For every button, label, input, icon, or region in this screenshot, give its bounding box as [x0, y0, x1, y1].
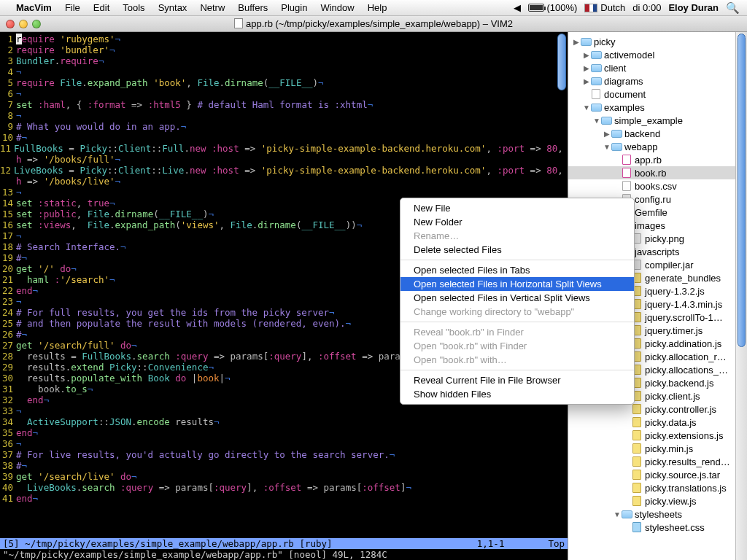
code-line[interactable]: 6¬ [0, 88, 568, 99]
battery-indicator[interactable]: (100%) [528, 2, 578, 13]
tree-folder[interactable]: ▼stylesheets [568, 508, 747, 521]
menu-plugin[interactable]: Plugin [281, 2, 307, 13]
macos-menubar: MacVim FileEditToolsSyntaxNetrwBuffersPl… [0, 0, 747, 16]
code-line[interactable]: 13¬ [0, 187, 568, 198]
minimize-window-button[interactable] [19, 20, 28, 28]
code-line[interactable]: 5require File.expand_path 'book', File.d… [0, 77, 568, 88]
user-name[interactable]: Eloy Duran [668, 2, 719, 13]
context-menu-item[interactable]: Open selected Files in Horizontal Split … [400, 277, 634, 291]
code-line[interactable]: 3Bundler.require¬ [0, 55, 568, 66]
flag-icon [584, 4, 597, 12]
disclosure-triangle-icon[interactable]: ▼ [603, 143, 611, 151]
tree-label: app.rb [635, 155, 662, 166]
file-browser-scrollbar[interactable] [735, 32, 747, 560]
tree-file[interactable]: app.rb [568, 153, 747, 166]
tree-file[interactable]: picky.data.js [568, 416, 747, 429]
code-line[interactable]: 7set :haml, { :format => :html5 } # defa… [0, 99, 568, 110]
menu-syntax[interactable]: Syntax [158, 2, 187, 13]
context-menu-item[interactable]: Open selected Files in Tabs [400, 263, 634, 277]
tree-file[interactable]: picky.view.js [568, 494, 747, 508]
context-menu-item[interactable]: Delete selected Files [400, 243, 634, 257]
code-line[interactable]: 4¬ [0, 66, 568, 77]
file-icon [631, 482, 643, 494]
code-line[interactable]: 38#¬ [0, 460, 568, 471]
tree-file[interactable]: picky.source.js.tar [568, 468, 747, 481]
code-line[interactable]: 9# What you would do in an app.¬ [0, 121, 568, 132]
tree-label: book.rb [635, 168, 666, 179]
context-menu-item: Rename… [400, 229, 634, 243]
close-window-button[interactable] [6, 20, 15, 28]
disclosure-triangle-icon[interactable]: ▼ [614, 510, 621, 518]
tree-file[interactable]: book.rb [568, 166, 747, 179]
tree-label: jquery-1.4.3.min.js [645, 299, 722, 310]
tree-folder[interactable]: ▶picky [568, 35, 747, 48]
disclosure-triangle-icon[interactable]: ▶ [573, 38, 580, 46]
disclosure-triangle-icon[interactable]: ▶ [583, 77, 590, 85]
code-line[interactable]: 35end¬ [0, 427, 568, 438]
code-line[interactable]: 8¬ [0, 110, 568, 121]
tree-file[interactable]: books.csv [568, 179, 747, 192]
tree-file[interactable]: picky.translations.js [568, 481, 747, 494]
input-language[interactable]: Dutch [584, 2, 625, 13]
tree-folder[interactable]: ▶activemodel [568, 48, 747, 61]
context-menu-item[interactable]: New File [400, 201, 634, 215]
spotlight-icon[interactable]: 🔍 [726, 1, 740, 15]
context-menu-item[interactable]: Open selected Files in Vertical Split Vi… [400, 291, 634, 305]
code-line[interactable]: h => '/books/live'¬ [0, 176, 568, 187]
code-line[interactable]: 33¬ [0, 405, 568, 416]
code-line[interactable]: 34 ActiveSupport::JSON.encode results¬ [0, 416, 568, 427]
tree-folder[interactable]: ▼webapp [568, 140, 747, 153]
disclosure-triangle-icon[interactable]: ▼ [593, 117, 600, 125]
tree-label: simple_example [614, 115, 683, 126]
code-line[interactable]: h => '/books/full'¬ [0, 154, 568, 165]
code-line[interactable]: 12LiveBooks = Picky::Client::Live.new :h… [0, 165, 568, 176]
tree-folder[interactable]: ▼simple_example [568, 114, 747, 127]
tree-label: document [604, 89, 646, 100]
tree-file[interactable]: document [568, 88, 747, 101]
tree-file[interactable]: picky.extensions.js [568, 429, 747, 442]
disclosure-triangle-icon[interactable]: ▼ [583, 104, 590, 112]
volume-icon[interactable]: ◀ [514, 2, 521, 13]
tree-label: picky.translations.js [645, 483, 727, 494]
disclosure-triangle-icon[interactable]: ▶ [583, 51, 590, 59]
tree-file[interactable]: picky.min.js [568, 442, 747, 455]
tree-label: compiler.jar [645, 260, 693, 271]
disclosure-triangle-icon[interactable]: ▶ [583, 64, 590, 72]
window-titlebar[interactable]: app.rb (~/tmp/picky/examples/simple_exam… [0, 16, 747, 32]
code-line[interactable]: 41end¬ [0, 493, 568, 504]
menu-edit[interactable]: Edit [93, 2, 109, 13]
menu-window[interactable]: Window [320, 2, 354, 13]
tree-folder[interactable]: ▶diagrams [568, 74, 747, 88]
document-icon [234, 18, 243, 28]
menu-file[interactable]: File [65, 2, 80, 13]
tree-file[interactable]: stylesheet.css [568, 521, 747, 534]
tree-label: picky.client.js [645, 391, 700, 402]
code-line[interactable]: 39get '/search/live' do¬ [0, 471, 568, 482]
zoom-window-button[interactable] [32, 20, 41, 28]
context-menu-item[interactable]: Reveal Current File in File Browser [400, 373, 634, 387]
window-title: app.rb (~/tmp/picky/examples/simple_exam… [0, 18, 747, 29]
code-line[interactable]: 1require 'rubygems'¬ [0, 34, 568, 44]
code-line[interactable]: 2require 'bundler'¬ [0, 44, 568, 55]
tree-folder[interactable]: ▶client [568, 61, 747, 74]
code-line[interactable]: 10#¬ [0, 132, 568, 143]
code-line[interactable]: 40 LiveBooks.search :query => params[:qu… [0, 482, 568, 493]
tree-folder[interactable]: ▼examples [568, 101, 747, 114]
context-menu-item[interactable]: New Folder [400, 215, 634, 229]
context-menu-item[interactable]: Show hidden Files [400, 387, 634, 401]
code-line[interactable]: 11FullBooks = Picky::Client::Full.new :h… [0, 143, 568, 154]
code-line[interactable]: 37# For live results, you'd actually go … [0, 449, 568, 460]
app-menu[interactable]: MacVim [16, 2, 52, 13]
folder-icon [580, 36, 592, 47]
folder-icon [600, 114, 612, 126]
clock[interactable]: di 0:00 [632, 2, 661, 13]
tree-file[interactable]: picky.results_rend… [568, 455, 747, 468]
tree-folder[interactable]: ▶backend [568, 127, 747, 140]
file-icon [590, 88, 602, 100]
menu-buffers[interactable]: Buffers [238, 2, 268, 13]
code-line[interactable]: 36¬ [0, 438, 568, 449]
menu-tools[interactable]: Tools [123, 2, 144, 13]
menu-help[interactable]: Help [368, 2, 387, 13]
menu-netrw[interactable]: Netrw [200, 2, 225, 13]
disclosure-triangle-icon[interactable]: ▶ [603, 130, 611, 138]
